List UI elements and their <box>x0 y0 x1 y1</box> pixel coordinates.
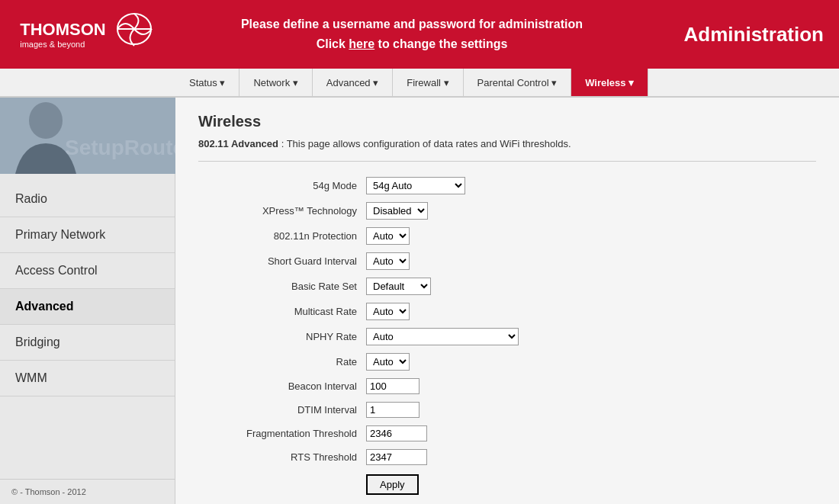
page-description: 802.11 Advanced : This page allows confi… <box>198 138 816 162</box>
form-row: DTIM Interval <box>198 402 816 418</box>
svg-text:SetupRouter.com: SetupRouter.com <box>65 136 175 159</box>
input-dtim-interval[interactable] <box>366 402 420 418</box>
nav-item-parental-control[interactable]: Parental Control ▾ <box>464 69 572 96</box>
field-label-beacon-interval: Beacon Interval <box>198 380 366 392</box>
admin-label: Administration <box>648 0 839 69</box>
form-row: NPHY RateAuto6.51319.526395258.565 <box>198 328 816 345</box>
select-rate[interactable]: Auto125.56911121824364854 <box>366 353 410 371</box>
select-basic-rate-set[interactable]: DefaultAll1-2 Mbps <box>366 278 431 295</box>
banner-link[interactable]: here <box>349 37 374 50</box>
logo-area: THOMSON images & beyond <box>0 0 175 69</box>
form-row: 54g Mode54g Auto54g Only54g Performance8… <box>198 177 816 194</box>
form-row: Fragmentation Threshold <box>198 425 816 441</box>
form-row: Beacon Interval <box>198 378 816 394</box>
select-multicast-rate[interactable]: Auto125.56911121824364854 <box>366 303 410 320</box>
field-label-rate: Rate <box>198 356 366 368</box>
input-fragmentation-threshold[interactable] <box>366 425 427 441</box>
field-label-multicast-rate: Multicast Rate <box>198 306 366 317</box>
input-rts-threshold[interactable] <box>366 449 427 465</box>
logo-text: THOMSON images & beyond <box>20 20 105 49</box>
field-label-basic-rate-set: Basic Rate Set <box>198 281 366 292</box>
sidebar-nav: RadioPrimary NetworkAccess ControlAdvanc… <box>0 174 175 479</box>
select-short-guard-interval[interactable]: AutoOff <box>366 252 410 270</box>
sidebar-item-bridging[interactable]: Bridging <box>0 325 175 361</box>
field-label-xpress-technology: XPress™ Technology <box>198 205 366 217</box>
sidebar-item-radio[interactable]: Radio <box>0 181 175 217</box>
form-row: Basic Rate SetDefaultAll1-2 Mbps <box>198 278 816 295</box>
content-area: Wireless 802.11 Advanced : This page all… <box>175 98 839 504</box>
banner: Please define a username and password fo… <box>175 0 648 69</box>
logo-icon <box>114 12 156 56</box>
sidebar-item-access-control[interactable]: Access Control <box>0 253 175 289</box>
form-row: XPress™ TechnologyDisabledEnabled <box>198 202 816 220</box>
settings-form: 54g Mode54g Auto54g Only54g Performance8… <box>198 177 816 495</box>
page-title: Wireless <box>198 113 816 130</box>
field-label-rts-threshold: RTS Threshold <box>198 451 366 463</box>
sidebar: SetupRouter.com RadioPrimary NetworkAcce… <box>0 98 175 504</box>
field-label-short-guard-interval: Short Guard Interval <box>198 255 366 267</box>
field-label-nphy-rate: NPHY Rate <box>198 331 366 342</box>
select-54g-mode[interactable]: 54g Auto54g Only54g Performance802.11b O… <box>366 177 465 194</box>
select-802-11n-protection[interactable]: AutoOff <box>366 227 410 245</box>
field-label-802-11n-protection: 802.11n Protection <box>198 230 366 242</box>
sidebar-footer: © - Thomson - 2012 <box>0 479 175 504</box>
apply-row: Apply <box>198 474 816 495</box>
form-row: RateAuto125.56911121824364854 <box>198 353 816 371</box>
field-label-54g-mode: 54g Mode <box>198 180 366 191</box>
form-row: RTS Threshold <box>198 449 816 465</box>
nav-item-network[interactable]: Network ▾ <box>239 69 312 96</box>
form-row: 802.11n ProtectionAutoOff <box>198 227 816 245</box>
nav-item-advanced[interactable]: Advanced ▾ <box>313 69 393 96</box>
sidebar-item-advanced[interactable]: Advanced <box>0 289 175 325</box>
nav-item-firewall[interactable]: Firewall ▾ <box>393 69 463 96</box>
header: THOMSON images & beyond Please define a … <box>0 0 839 69</box>
field-label-fragmentation-threshold: Fragmentation Threshold <box>198 428 366 439</box>
apply-button[interactable]: Apply <box>366 474 419 495</box>
svg-point-3 <box>29 102 63 139</box>
navbar: Status ▾Network ▾Advanced ▾Firewall ▾Par… <box>0 69 839 98</box>
sidebar-item-wmm[interactable]: WMM <box>0 361 175 396</box>
sidebar-item-primary-network[interactable]: Primary Network <box>0 217 175 253</box>
input-beacon-interval[interactable] <box>366 378 420 394</box>
nav-item-status[interactable]: Status ▾ <box>175 69 239 96</box>
select-xpress-technology[interactable]: DisabledEnabled <box>366 202 428 220</box>
form-row: Multicast RateAuto125.56911121824364854 <box>198 303 816 320</box>
field-label-dtim-interval: DTIM Interval <box>198 404 366 416</box>
nav-item-wireless[interactable]: Wireless ▾ <box>571 69 648 96</box>
sidebar-person-image: SetupRouter.com <box>0 98 175 174</box>
form-row: Short Guard IntervalAutoOff <box>198 252 816 270</box>
select-nphy-rate[interactable]: Auto6.51319.526395258.565 <box>366 328 519 345</box>
main-layout: SetupRouter.com RadioPrimary NetworkAcce… <box>0 98 839 504</box>
